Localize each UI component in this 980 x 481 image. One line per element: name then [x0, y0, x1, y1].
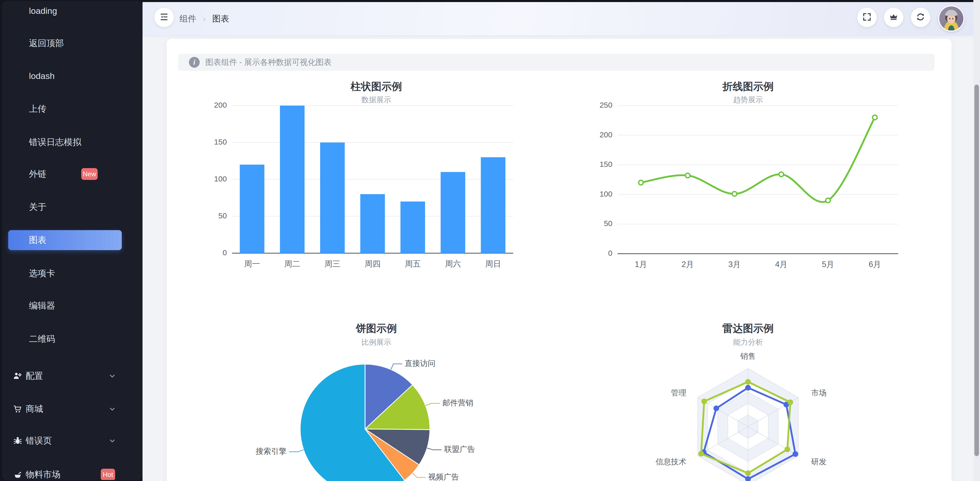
svg-text:视频广告: 视频广告 [428, 473, 459, 481]
content-card: i 图表组件 - 展示各种数据可视化图表 柱状图示例 数据展示 05010015… [167, 39, 951, 481]
svg-text:2月: 2月 [682, 260, 694, 269]
fullscreen-button[interactable] [857, 8, 877, 27]
bar-chart[interactable]: 050100150200周一周二周三周四周五周六周日 [191, 69, 562, 313]
sidebar-item-label: lodash [29, 71, 55, 81]
sidebar-item-外链[interactable]: 外链New [2, 164, 143, 184]
sidebar-item-label: 错误页 [25, 435, 52, 447]
svg-text:销售: 销售 [740, 352, 756, 360]
sidebar-item-配置[interactable]: 配置 [2, 366, 143, 386]
sidebar-item-图表[interactable]: 图表 [2, 230, 143, 250]
sidebar-item-loading[interactable]: loading [2, 1, 143, 21]
svg-text:周二: 周二 [284, 259, 300, 268]
bar-chart-block: 柱状图示例 数据展示 050100150200周一周二周三周四周五周六周日 [191, 69, 562, 313]
sidebar-item-label: 图表 [29, 234, 46, 246]
radar-chart-block: 雷达图示例 能力分析 销售市场研发信息技术管理 [562, 310, 934, 481]
sidebar-item-label: 物料市场 [25, 469, 60, 480]
top-header: 组件 › 图表 [143, 2, 980, 35]
refresh-icon [915, 12, 926, 23]
svg-text:周三: 周三 [325, 259, 340, 268]
svg-text:周一: 周一 [244, 259, 260, 268]
svg-text:200: 200 [214, 101, 227, 109]
svg-text:0: 0 [223, 248, 227, 257]
svg-text:研发: 研发 [811, 457, 827, 466]
sidebar-item-选项卡[interactable]: 选项卡 [2, 263, 143, 284]
svg-text:周五: 周五 [405, 259, 421, 268]
sidebar-item-关于[interactable]: 关于 [2, 197, 143, 217]
sidebar-item-label: 错误日志模拟 [29, 137, 81, 148]
svg-text:100: 100 [600, 190, 612, 198]
info-icon: i [189, 57, 200, 68]
svg-text:1月: 1月 [635, 260, 647, 269]
svg-text:0: 0 [608, 249, 612, 257]
users-gear-icon [13, 371, 22, 381]
menu-fold-icon [159, 12, 169, 23]
sidebar-item-编辑器[interactable]: 编辑器 [2, 295, 143, 316]
svg-text:管理: 管理 [671, 389, 686, 397]
chevron-down-icon [108, 372, 116, 380]
sidebar-item-上传[interactable]: 上传 [2, 98, 143, 119]
svg-text:100: 100 [214, 175, 227, 183]
sidebar-item-label: 编辑器 [29, 300, 55, 312]
breadcrumb-item-components[interactable]: 组件 [180, 13, 196, 25]
svg-text:信息技术: 信息技术 [655, 457, 686, 466]
svg-text:200: 200 [600, 130, 612, 139]
sidebar-badge-New: New [81, 168, 98, 180]
refresh-button[interactable] [911, 8, 930, 27]
svg-text:市场: 市场 [811, 389, 827, 397]
svg-text:50: 50 [604, 219, 612, 227]
sidebar-item-label: 选项卡 [29, 268, 55, 279]
svg-text:6月: 6月 [869, 260, 881, 269]
sidebar-item-label: 外链 [29, 168, 46, 180]
svg-text:4月: 4月 [775, 260, 788, 269]
svg-text:周四: 周四 [365, 259, 381, 268]
svg-text:联盟广告: 联盟广告 [444, 445, 475, 453]
svg-text:150: 150 [214, 138, 227, 146]
pie-chart[interactable]: 直接访问邮件营销联盟广告视频广告搜索引擎 [191, 310, 562, 481]
fullscreen-icon [862, 12, 872, 23]
page-scrollbar-thumb[interactable] [974, 84, 979, 456]
breadcrumb-separator-icon: › [203, 14, 205, 23]
cart-icon [13, 404, 22, 414]
sidebar-item-二维码[interactable]: 二维码 [2, 329, 143, 349]
svg-text:周六: 周六 [445, 259, 461, 268]
user-avatar[interactable] [938, 5, 964, 32]
sidebar-item-返回顶部[interactable]: 返回顶部 [2, 33, 143, 54]
info-banner: i 图表组件 - 展示各种数据可视化图表 [178, 54, 934, 71]
market-icon [13, 470, 22, 479]
chevron-down-icon [108, 405, 116, 413]
sidebar-item-label: 关于 [29, 201, 46, 213]
info-banner-text: 图表组件 - 展示各种数据可视化图表 [205, 57, 332, 68]
chevron-down-icon [108, 437, 116, 444]
svg-text:150: 150 [600, 160, 612, 168]
svg-text:周日: 周日 [485, 259, 501, 268]
collapse-sidebar-button[interactable] [154, 8, 174, 27]
bug-icon [13, 436, 22, 446]
sidebar-item-错误页[interactable]: 错误页 [2, 430, 143, 451]
main-area: 组件 › 图表 [143, 2, 980, 481]
line-chart[interactable]: 0501001502002501月2月3月4月5月6月 [562, 69, 934, 313]
breadcrumb: 组件 › 图表 [180, 2, 229, 35]
sidebar-item-label: 返回顶部 [29, 37, 64, 49]
svg-text:邮件营销: 邮件营销 [442, 398, 473, 407]
sidebar-badge-Hot: Hot [101, 469, 115, 480]
sidebar-item-label: 商城 [25, 403, 43, 415]
app-root: loading返回顶部lodash上传错误日志模拟外链New关于图表选项卡编辑器… [0, 0, 980, 481]
radar-chart[interactable]: 销售市场研发信息技术管理 [562, 310, 934, 481]
svg-text:直接访问: 直接访问 [405, 359, 436, 367]
sidebar-item-label: 上传 [29, 103, 46, 115]
sidebar: loading返回顶部lodash上传错误日志模拟外链New关于图表选项卡编辑器… [2, 1, 143, 480]
theme-crown-button[interactable] [884, 8, 904, 27]
sidebar-item-商城[interactable]: 商城 [2, 399, 143, 419]
svg-text:3月: 3月 [728, 260, 741, 269]
svg-text:250: 250 [600, 101, 612, 109]
sidebar-active-highlight [8, 230, 122, 250]
crown-icon [888, 12, 899, 23]
sidebar-item-错误日志模拟[interactable]: 错误日志模拟 [2, 132, 143, 152]
svg-text:50: 50 [218, 211, 227, 220]
sidebar-item-label: 配置 [25, 370, 43, 382]
sidebar-item-物料市场[interactable]: 物料市场Hot [2, 464, 143, 480]
sidebar-item-lodash[interactable]: lodash [2, 66, 143, 86]
sidebar-item-label: loading [29, 6, 57, 16]
sidebar-item-label: 二维码 [29, 333, 55, 345]
page-scrollbar-track[interactable] [973, 0, 980, 481]
